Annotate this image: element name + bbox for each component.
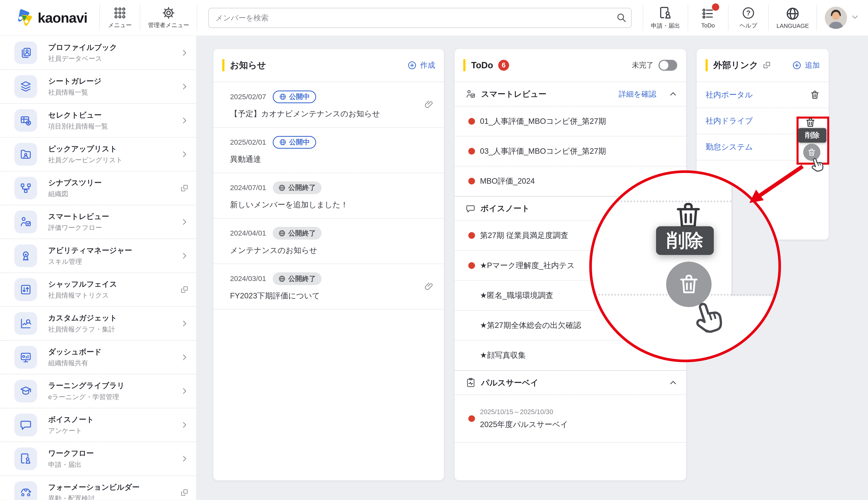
kaonavi-dashboard: kaonavi メニュー 管理者メニュー: [0, 0, 868, 500]
unread-dot: [468, 262, 475, 269]
unread-dot: [468, 118, 475, 125]
sidebar-item-title: カスタムガジェット: [48, 313, 180, 323]
plus-circle-icon: [407, 60, 417, 70]
sidebar-item-subtitle: 項目別社員情報一覧: [48, 122, 180, 131]
todo-section-name: パルスサーベイ: [481, 377, 538, 388]
todo-section-name: スマートレビュー: [481, 89, 547, 100]
todo-item[interactable]: 03_人事評価_MBOコンピ併_第27期: [455, 136, 686, 166]
language-button[interactable]: LANGUAGE: [769, 2, 817, 34]
trash-icon[interactable]: [810, 90, 820, 100]
chevron-right-icon: [180, 252, 189, 260]
todo-section-name: ボイスノート: [481, 203, 530, 214]
news-item-title: 異動通達: [230, 154, 435, 164]
sidebar-item-workflow[interactable]: ワークフロー 申請・届出: [0, 442, 196, 476]
todo-item-text: 第27期 従業員満足度調査: [480, 230, 568, 241]
news-item-title: メンテナンスのお知らせ: [230, 245, 435, 255]
sidebar-item-shuffle-face[interactable]: シャッフルフェイス 社員情報マトリクス: [0, 273, 196, 307]
attachment-icon: [424, 282, 434, 293]
menu-button[interactable]: メニュー: [100, 2, 140, 34]
globe-icon: [785, 7, 800, 21]
incomplete-toggle[interactable]: [658, 60, 677, 71]
sidebar-item-subtitle: 社員グルーピングリスト: [48, 156, 180, 164]
news-item[interactable]: 2024/03/01 公開終了 FY2023下期評価について: [213, 264, 444, 309]
search-icon[interactable]: [616, 12, 626, 25]
todo-button[interactable]: ToDo: [688, 2, 728, 34]
sidebar-item-learning-library[interactable]: ラーニングライブラリ eラーニング・学習管理: [0, 374, 196, 408]
globe-icon: [279, 139, 286, 146]
sidebar-item-custom-gadget[interactable]: カスタムガジェット 社員情報グラフ・集計: [0, 307, 196, 340]
admin-menu-label: 管理者メニュー: [148, 21, 189, 29]
sidebar-item-title: フォーメーションビルダー: [48, 482, 180, 492]
news-item[interactable]: 2024/04/01 公開終了 メンテナンスのお知らせ: [213, 219, 444, 264]
todo-item-pulse[interactable]: 2025/10/15～2025/10/30 2025年度パルスサーベイ: [455, 395, 686, 443]
sidebar-item-title: プロファイルブック: [48, 43, 180, 53]
separator: [197, 5, 197, 31]
chevron-right-icon: [180, 387, 189, 395]
sidebar-item-synapse-tree[interactable]: シナプスツリー 組織図: [0, 171, 196, 205]
news-create-label: 作成: [420, 60, 435, 70]
news-item-title: 新しいメンバーを追加しました！: [230, 200, 435, 210]
help-label: ヘルプ: [739, 22, 758, 30]
external-links-title: 外部リンク: [713, 59, 759, 71]
external-link-text[interactable]: 勤怠システム: [705, 142, 753, 152]
chevron-up-icon[interactable]: [669, 378, 677, 387]
todo-item-text: 01_人事評価_MBOコンピ併_第27期: [480, 116, 606, 126]
menu-label: メニュー: [108, 21, 132, 29]
account-menu[interactable]: [817, 7, 868, 29]
news-item[interactable]: 2025/02/07 公開中 【予定】カオナビメンテナンスのお知らせ: [213, 82, 444, 127]
member-search: [208, 8, 632, 28]
chevron-up-icon[interactable]: [669, 90, 677, 98]
todo-label: ToDo: [701, 22, 715, 29]
external-links-add-button[interactable]: 追加: [792, 60, 820, 70]
sidebar-item-title: シートガレージ: [48, 76, 180, 86]
news-item-date: 2025/02/01: [230, 138, 266, 147]
chevron-right-icon: [180, 353, 189, 361]
sidebar-item-subtitle: 社員情報グラフ・集計: [48, 325, 180, 334]
sidebar-item-formation-builder[interactable]: フォーメーションビルダー 異動・配置検討: [0, 476, 196, 500]
profile-book-icon: [14, 42, 37, 64]
sidebar-item-subtitle: アンケート: [48, 426, 180, 435]
sidebar-item-sheet-garage[interactable]: シートガレージ 社員情報一覧: [0, 70, 196, 104]
chevron-right-icon: [180, 116, 189, 125]
sidebar-item-dashboard[interactable]: ダッシュボード 組織情報共有: [0, 341, 196, 374]
sidebar-item-select-view[interactable]: セレクトビュー 項目別社員情報一覧: [0, 104, 196, 137]
search-input[interactable]: [208, 8, 632, 28]
sidebar-item-smart-review[interactable]: スマートレビュー 評価ワークフロー: [0, 205, 196, 239]
todo-item[interactable]: 01_人事評価_MBOコンピ併_第27期: [455, 106, 686, 136]
news-item[interactable]: 2025/02/01 公開中 異動通達: [213, 128, 444, 173]
formation-builder-icon: [14, 481, 37, 500]
external-link-row[interactable]: 社内ポータル: [696, 82, 829, 108]
sidebar-item-voice-note[interactable]: ボイスノート アンケート: [0, 408, 196, 442]
sidebar-item-profile-book[interactable]: プロファイルブック 社員データベース: [0, 36, 196, 70]
globe-icon: [279, 93, 286, 100]
help-button[interactable]: ? ヘルプ: [728, 2, 769, 34]
news-item-date: 2024/07/01: [230, 184, 266, 192]
todo-item-text: ★第27期全体総会の出欠確認: [480, 320, 581, 330]
sidebar-item-pickup-list[interactable]: ピックアップリスト 社員グルーピングリスト: [0, 138, 196, 171]
delete-tooltip: 削除: [798, 128, 826, 143]
external-link-icon: [180, 488, 189, 497]
globe-icon: [278, 230, 286, 237]
external-link-text[interactable]: 社内ポータル: [705, 90, 752, 100]
top-bar: kaonavi メニュー 管理者メニュー: [0, 0, 868, 36]
chevron-right-icon: [180, 421, 189, 429]
todo-count-badge: 6: [498, 60, 509, 71]
news-card: お知らせ 作成 2025/02/07 公開中 【予定】カオナビメンテナンスのお知…: [213, 49, 444, 480]
todo-notification-badge: [712, 3, 719, 11]
external-link-text[interactable]: 社内ドライブ: [705, 116, 753, 126]
todo-section-smart-review: スマートレビュー 詳細を確認: [455, 82, 686, 106]
sidebar-item-ability-manager[interactable]: アビリティマネージャー スキル管理: [0, 239, 196, 273]
news-item[interactable]: 2024/07/01 公開終了 新しいメンバーを追加しました！: [213, 173, 444, 219]
sidebar-item-title: ラーニングライブラリ: [48, 380, 180, 391]
admin-menu-button[interactable]: 管理者メニュー: [140, 2, 197, 34]
requests-button[interactable]: 申請・届出: [643, 2, 688, 34]
requests-label: 申請・届出: [651, 22, 680, 30]
smart-review-icon: [14, 211, 37, 233]
chevron-right-icon: [180, 455, 189, 463]
globe-icon: [278, 184, 286, 192]
news-create-button[interactable]: 作成: [407, 60, 435, 70]
detail-link[interactable]: 詳細を確認: [619, 89, 656, 99]
kaonavi-logo[interactable]: kaonavi: [14, 9, 87, 27]
external-link-icon: [180, 184, 189, 192]
sidebar-item-subtitle: 組織図: [48, 190, 180, 198]
